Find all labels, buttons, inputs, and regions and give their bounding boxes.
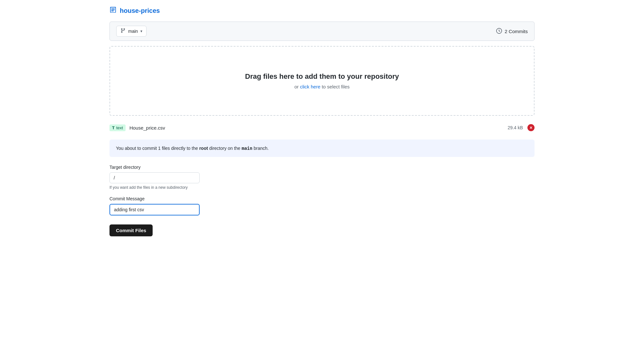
commit-message-input[interactable] — [109, 204, 200, 215]
info-text-after: branch. — [252, 146, 269, 151]
click-here-link[interactable]: click here — [300, 84, 320, 89]
branch-selector[interactable]: main ▾ — [116, 26, 147, 37]
info-root-label: root — [199, 146, 208, 151]
commits-label: 2 Commits — [505, 29, 528, 34]
info-box: You about to commit 1 files directly to … — [109, 140, 535, 157]
target-directory-label: Target directory — [109, 165, 535, 170]
remove-file-button[interactable]: × — [527, 124, 535, 131]
file-right: 29.4 kB × — [508, 124, 535, 131]
commit-files-button[interactable]: Commit Files — [109, 224, 153, 236]
branch-bar: main ▾ 2 Commits — [109, 22, 535, 41]
info-branch-label: main — [242, 146, 252, 151]
drop-zone[interactable]: Drag files here to add them to your repo… — [109, 46, 535, 116]
file-type-label: text — [116, 125, 123, 130]
commits-link[interactable]: 2 Commits — [496, 28, 528, 35]
target-directory-hint: If you want add the files in a new subdi… — [109, 185, 535, 190]
info-text-middle: directory on the — [208, 146, 242, 151]
branch-icon — [120, 28, 126, 34]
drop-zone-title: Drag files here to add them to your repo… — [123, 72, 521, 81]
repo-icon — [109, 6, 117, 15]
file-left: T text House_price.csv — [109, 124, 165, 131]
repo-name-link[interactable]: house-prices — [120, 7, 160, 14]
commit-message-label: Commit Message — [109, 196, 535, 201]
target-directory-section: Target directory If you want add the fil… — [109, 165, 535, 190]
info-text-before: You about to commit 1 files directly to … — [116, 146, 199, 151]
file-item: T text House_price.csv 29.4 kB × — [109, 121, 535, 134]
drop-zone-sub-before: or — [294, 84, 300, 89]
branch-name: main — [128, 29, 138, 34]
repo-header: house-prices — [109, 6, 535, 15]
file-size: 29.4 kB — [508, 125, 523, 130]
chevron-down-icon: ▾ — [140, 29, 142, 33]
file-type-badge: T text — [109, 124, 126, 131]
target-directory-input[interactable] — [109, 172, 200, 183]
commits-icon — [496, 28, 502, 35]
text-type-icon: T — [112, 125, 115, 130]
file-name: House_price.csv — [129, 125, 165, 131]
drop-zone-sub-after: to select files — [320, 84, 350, 89]
drop-zone-subtitle: or click here to select files — [123, 84, 521, 89]
commit-message-section: Commit Message — [109, 196, 535, 215]
